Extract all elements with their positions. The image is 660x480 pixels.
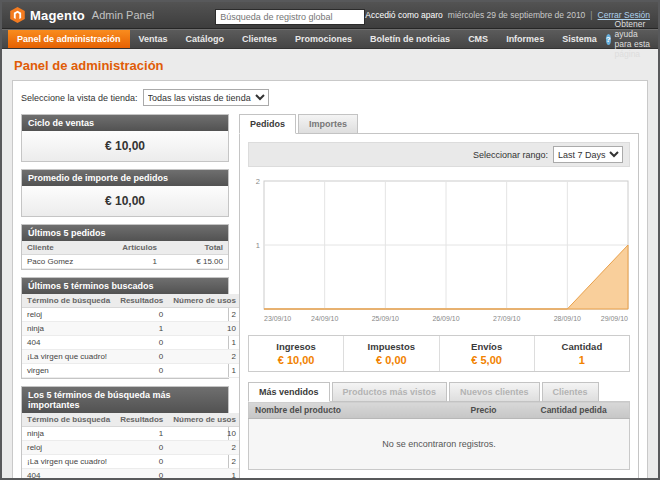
lifetime-sales-box: Ciclo de ventas € 10,00 bbox=[21, 114, 229, 162]
separator: | bbox=[590, 10, 592, 20]
table-cell: € 15.00 bbox=[162, 255, 228, 269]
nav-items: Panel de administraciónVentasCatálogoCli… bbox=[8, 30, 606, 48]
nav-item-ventas[interactable]: Ventas bbox=[130, 30, 177, 48]
last-orders-table: ClienteArtículosTotal Paco Gomez1€ 15.00 bbox=[22, 241, 228, 269]
magento-logo[interactable]: Magento Admin Panel bbox=[10, 7, 215, 23]
x-tick-label: 26/09/10 bbox=[432, 315, 459, 322]
empty-message: No se encontraron registros. bbox=[249, 419, 630, 470]
table-row[interactable]: ninja110 bbox=[22, 427, 241, 441]
table-cell: 0 bbox=[115, 441, 168, 455]
table-row[interactable]: Paco Gomez1€ 15.00 bbox=[22, 255, 228, 269]
box-title: Ciclo de ventas bbox=[22, 115, 228, 131]
table-row[interactable]: 40401 bbox=[22, 336, 241, 350]
box-title: Promedio de importe de pedidos bbox=[22, 170, 228, 186]
nav-item-clientes[interactable]: Clientes bbox=[233, 30, 286, 48]
table-cell: reloj bbox=[22, 308, 115, 322]
table-cell: ¡La virgen que cuadro! bbox=[22, 350, 115, 364]
tab-mas-vendidos[interactable]: Más vendidos bbox=[248, 382, 330, 402]
tab-importes[interactable]: Importes bbox=[298, 114, 358, 134]
table-row[interactable]: reloj02 bbox=[22, 308, 241, 322]
table-cell: 0 bbox=[115, 308, 168, 322]
tab-clientes[interactable]: Clientes bbox=[542, 382, 599, 402]
tab-nuevos-clientes[interactable]: Nuevos clientes bbox=[449, 382, 540, 402]
chart-tabs: PedidosImportes bbox=[239, 114, 639, 134]
table-cell: 10 bbox=[168, 427, 241, 441]
table-header-row: Nombre del productoPrecioCantidad pedida bbox=[249, 402, 630, 419]
table-cell: 2 bbox=[168, 441, 241, 455]
magento-logo-icon bbox=[10, 7, 25, 23]
dashboard-main: PedidosImportes Seleccionar rango: Last … bbox=[239, 114, 639, 479]
stat-cantidad: Cantidad1 bbox=[534, 336, 629, 371]
help-link[interactable]: ? Obtener ayuda para esta página bbox=[606, 30, 660, 48]
column-header: Cantidad pedida bbox=[535, 402, 630, 419]
table-row[interactable]: virgen01 bbox=[22, 364, 241, 378]
table-cell: ¡La virgen que cuadro! bbox=[22, 455, 115, 469]
table-cell: 404 bbox=[22, 469, 115, 480]
table-cell: ninja bbox=[22, 427, 115, 441]
products-table: Nombre del productoPrecioCantidad pedida… bbox=[248, 401, 630, 470]
table-row[interactable]: ninja110 bbox=[22, 322, 241, 336]
top-search-terms-box: Los 5 términos de búsqueda más important… bbox=[21, 386, 229, 480]
column-header: Término de búsqueda bbox=[22, 294, 115, 308]
nav-item-informes[interactable]: Informes bbox=[497, 30, 553, 48]
table-row[interactable]: reloj02 bbox=[22, 441, 241, 455]
table-row[interactable]: 40401 bbox=[22, 469, 241, 480]
box-title: Últimos 5 términos buscados bbox=[22, 278, 228, 294]
top-header: Magento Admin Panel Accedió como aparo m… bbox=[2, 2, 658, 29]
tab-pedidos[interactable]: Pedidos bbox=[239, 114, 296, 134]
nav-item-promociones[interactable]: Promociones bbox=[286, 30, 361, 48]
current-date: miércoles 29 de septiembre de 2010 bbox=[448, 10, 586, 20]
stat-impuestos: Impuestos€ 0,00 bbox=[343, 336, 438, 371]
help-icon: ? bbox=[606, 34, 611, 45]
column-header: Número de usos bbox=[168, 413, 241, 427]
x-tick-label: 24/09/10 bbox=[311, 315, 338, 322]
x-tick-label: 23/09/10 bbox=[264, 315, 291, 322]
column-header: Artículos bbox=[114, 241, 162, 255]
average-orders-value: € 10,00 bbox=[22, 186, 228, 216]
global-search-input[interactable] bbox=[215, 9, 365, 25]
store-view-select[interactable]: Todas las vistas de tienda bbox=[143, 89, 269, 106]
nav-item-sistema[interactable]: Sistema bbox=[553, 30, 606, 48]
nav-item-boletin-de-noticias[interactable]: Boletín de noticias bbox=[361, 30, 459, 48]
last-orders-box: Últimos 5 pedidos ClienteArtículosTotal … bbox=[21, 224, 229, 270]
top-search-terms-table: Término de búsquedaResultadosNúmero de u… bbox=[22, 413, 241, 480]
y-tick-label: 2 bbox=[256, 177, 260, 186]
product-tabs: Más vendidosProductos más vistosNuevos c… bbox=[248, 382, 630, 402]
main-nav: Panel de administraciónVentasCatálogoCli… bbox=[2, 29, 658, 49]
x-tick-label: 29/09/10 bbox=[601, 315, 628, 322]
stat-label: Envíos bbox=[442, 341, 532, 352]
x-tick-label: 25/09/10 bbox=[372, 315, 399, 322]
x-tick-label: 28/09/10 bbox=[554, 315, 581, 322]
store-switcher: Seleccione la vista de tienda: Todas las… bbox=[21, 89, 639, 106]
nav-item-panel-de-administracion[interactable]: Panel de administración bbox=[8, 30, 130, 48]
tab-productos-mas-vistos[interactable]: Productos más vistos bbox=[332, 382, 448, 402]
average-orders-box: Promedio de importe de pedidos € 10,00 bbox=[21, 169, 229, 217]
table-cell: 2 bbox=[168, 350, 241, 364]
table-cell: reloj bbox=[22, 441, 115, 455]
page-title: Panel de administración bbox=[14, 58, 646, 73]
dashboard-sidebar: Ciclo de ventas € 10,00 Promedio de impo… bbox=[21, 114, 229, 480]
table-cell: 1 bbox=[168, 364, 241, 378]
chart-area: 1223/09/1024/09/1025/09/1026/09/1027/09/… bbox=[248, 173, 630, 329]
stat-ingresos: Ingresos€ 10,00 bbox=[249, 336, 343, 371]
range-label: Seleccionar rango: bbox=[473, 150, 548, 160]
stat-value: € 10,00 bbox=[251, 354, 341, 366]
table-row[interactable]: ¡La virgen que cuadro!02 bbox=[22, 455, 241, 469]
content-area: Panel de administración Seleccione la vi… bbox=[2, 49, 658, 480]
table-cell: 0 bbox=[115, 455, 168, 469]
column-header: Resultados bbox=[115, 294, 168, 308]
range-select[interactable]: Last 7 Days bbox=[553, 146, 623, 163]
table-cell: ninja bbox=[22, 322, 115, 336]
nav-item-cms[interactable]: CMS bbox=[459, 30, 497, 48]
stat-label: Ingresos bbox=[251, 341, 341, 352]
box-title: Los 5 términos de búsqueda más important… bbox=[22, 387, 228, 413]
table-header-row: ClienteArtículosTotal bbox=[22, 241, 228, 255]
nav-item-catalogo[interactable]: Catálogo bbox=[177, 30, 234, 48]
column-header: Número de usos bbox=[168, 294, 241, 308]
last-search-terms-box: Últimos 5 términos buscados Término de b… bbox=[21, 277, 229, 379]
empty-row: No se encontraron registros. bbox=[249, 419, 630, 470]
stat-value: 1 bbox=[537, 354, 627, 366]
table-cell: 0 bbox=[115, 469, 168, 480]
box-title: Últimos 5 pedidos bbox=[22, 225, 228, 241]
table-row[interactable]: ¡La virgen que cuadro!02 bbox=[22, 350, 241, 364]
